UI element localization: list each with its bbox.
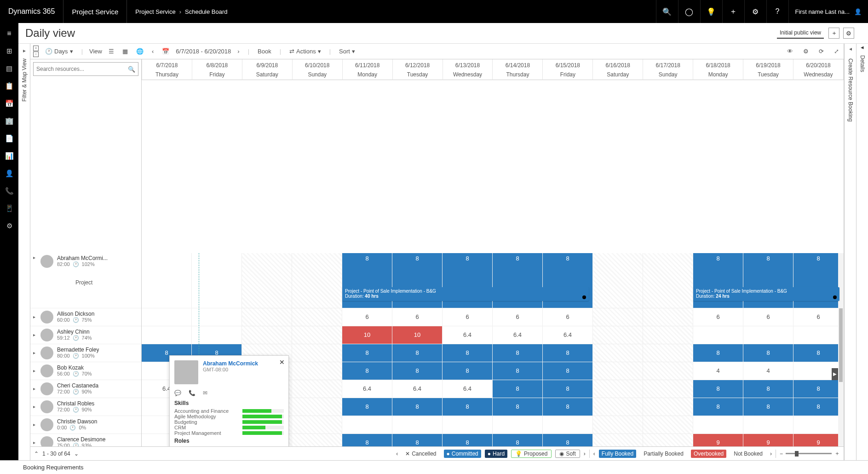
- actions-dropdown[interactable]: ⇄ Actions ▾: [287, 47, 323, 56]
- add-tab-button[interactable]: ＋: [828, 28, 839, 39]
- expand-icon[interactable]: ▸: [33, 440, 37, 445]
- status-hard[interactable]: ● Hard: [485, 450, 507, 458]
- schedule-cell[interactable]: 8: [743, 398, 793, 416]
- zoom-in-icon[interactable]: ＋: [834, 450, 840, 457]
- status-committed[interactable]: ● Committed: [444, 450, 481, 458]
- status-scroll-right[interactable]: ›: [584, 451, 586, 457]
- schedule-cell[interactable]: [192, 308, 242, 326]
- nav-calendar-icon[interactable]: 📅: [5, 99, 14, 108]
- schedule-cell[interactable]: 8: [342, 362, 392, 380]
- booking-scroll-left[interactable]: ‹: [593, 451, 595, 457]
- search-icon[interactable]: 🔍: [128, 66, 135, 73]
- schedule-cell[interactable]: 8: [443, 344, 493, 362]
- schedule-cell[interactable]: [693, 416, 743, 434]
- schedule-cell[interactable]: 9: [793, 434, 844, 447]
- expand-icon[interactable]: ▸: [33, 332, 37, 337]
- lightbulb-icon[interactable]: 💡: [700, 0, 722, 23]
- resource-search[interactable]: 🔍: [33, 62, 138, 76]
- nav-reports-icon[interactable]: 📊: [5, 151, 14, 161]
- schedule-cell[interactable]: 8: [443, 362, 493, 380]
- schedule-cell[interactable]: [543, 416, 593, 434]
- booking-scroll-right[interactable]: ›: [770, 451, 772, 457]
- resource-row[interactable]: ▸ Ashley Chinn 59:12 🕐 74%: [30, 326, 141, 344]
- schedule-cell[interactable]: [142, 253, 192, 308]
- nav-activities-icon[interactable]: 📋: [5, 81, 14, 91]
- task-icon[interactable]: ◯: [678, 0, 700, 23]
- schedule-cell[interactable]: 8: [693, 380, 743, 398]
- schedule-cell[interactable]: 6: [493, 308, 543, 326]
- schedule-cell[interactable]: [142, 326, 192, 344]
- next-range-button[interactable]: ›: [236, 47, 241, 56]
- schedule-cell[interactable]: 8: [392, 398, 443, 416]
- schedule-cell[interactable]: [593, 380, 643, 398]
- schedule-cell[interactable]: 10: [342, 326, 392, 344]
- schedule-cell[interactable]: [292, 380, 342, 398]
- help-icon[interactable]: ?: [766, 0, 788, 23]
- schedule-cell[interactable]: 8: [342, 344, 392, 362]
- booking-requirements-footer[interactable]: Booking Requirements: [0, 460, 868, 474]
- schedule-cell[interactable]: [593, 308, 643, 326]
- schedule-cell[interactable]: [292, 326, 342, 344]
- schedule-cell[interactable]: [593, 434, 643, 447]
- task-bar[interactable]: Project - Point of Sale Implementation -…: [342, 287, 589, 301]
- zoom-out-icon[interactable]: −: [780, 451, 783, 457]
- schedule-cell[interactable]: 8: [693, 344, 743, 362]
- hamburger-icon[interactable]: ≡: [0, 23, 18, 44]
- resource-row[interactable]: ▸ Clarence Desimone 75:00 🕐 93%: [30, 434, 141, 447]
- schedule-cell[interactable]: 8: [493, 362, 543, 380]
- schedule-cell[interactable]: [593, 398, 643, 416]
- schedule-cell[interactable]: [643, 308, 693, 326]
- schedule-cell[interactable]: [242, 326, 292, 344]
- page-down-button[interactable]: ⌄: [74, 451, 79, 457]
- gear-icon[interactable]: ⚙: [744, 0, 766, 23]
- schedule-cell[interactable]: 8: [493, 380, 543, 398]
- task-bar[interactable]: Project - Point of Sale Implementation -…: [693, 287, 839, 301]
- resource-row[interactable]: ▸ Allison Dickson 60:00 🕐 75%: [30, 308, 141, 326]
- schedule-cell[interactable]: 6: [793, 308, 844, 326]
- schedule-cell[interactable]: 8: [793, 380, 844, 398]
- schedule-cell[interactable]: 8: [443, 434, 493, 447]
- schedule-cell[interactable]: [593, 416, 643, 434]
- schedule-cell[interactable]: 6.4: [443, 326, 493, 344]
- schedule-cell[interactable]: 6: [443, 308, 493, 326]
- schedule-cell[interactable]: 8: [543, 344, 593, 362]
- scroll-right-button[interactable]: ▶: [832, 368, 838, 380]
- schedule-cell[interactable]: 8: [793, 398, 844, 416]
- tab-initial-public-view[interactable]: Initial public view: [777, 28, 824, 39]
- resource-row[interactable]: ▸ Christie Dawson 0:00 🕐 0%: [30, 416, 141, 434]
- expand-all-icon[interactable]: +: [33, 46, 39, 51]
- nav-sitemap-icon[interactable]: ⊞: [5, 46, 14, 56]
- settings-tab-button[interactable]: ⚙: [843, 28, 854, 39]
- nav-phone-icon[interactable]: 📞: [5, 186, 14, 196]
- schedule-cell[interactable]: [443, 416, 493, 434]
- schedule-cell[interactable]: 6: [342, 308, 392, 326]
- schedule-cell[interactable]: 6.4: [543, 326, 593, 344]
- schedule-cell[interactable]: 8: [493, 398, 543, 416]
- schedule-cell[interactable]: 8: [743, 344, 793, 362]
- nav-accounts-icon[interactable]: 🏢: [5, 116, 14, 126]
- nav-settings-icon[interactable]: ⚙: [5, 221, 14, 231]
- search-icon[interactable]: 🔍: [656, 0, 678, 23]
- schedule-cell[interactable]: 6.4: [342, 380, 392, 398]
- status-partially-booked[interactable]: Partially Booked: [640, 450, 687, 457]
- phone-icon[interactable]: 📞: [189, 390, 195, 396]
- schedule-cell[interactable]: [643, 253, 693, 308]
- schedule-cell[interactable]: 9: [743, 434, 793, 447]
- schedule-cell[interactable]: [292, 398, 342, 416]
- schedule-cell[interactable]: 8: [793, 344, 844, 362]
- schedule-cell[interactable]: 6.4: [443, 380, 493, 398]
- nav-document-icon[interactable]: 📄: [5, 134, 14, 143]
- schedule-cell[interactable]: 8: [342, 398, 392, 416]
- vertical-scrollbar[interactable]: [838, 253, 844, 447]
- schedule-cell[interactable]: [292, 344, 342, 362]
- schedule-cell[interactable]: [643, 380, 693, 398]
- schedule-cell[interactable]: 8: [443, 398, 493, 416]
- zoom-control[interactable]: − ＋: [780, 450, 840, 457]
- schedule-cell[interactable]: 10: [392, 326, 443, 344]
- add-icon[interactable]: ＋: [722, 0, 744, 23]
- expand-icon[interactable]: ▸: [33, 404, 37, 409]
- expand-icon[interactable]: ▸: [33, 368, 37, 373]
- schedule-cell[interactable]: 8: [543, 398, 593, 416]
- email-icon[interactable]: ✉: [203, 390, 207, 396]
- resource-row[interactable]: ▸ Bob Kozak 56:00 🕐 70%: [30, 362, 141, 380]
